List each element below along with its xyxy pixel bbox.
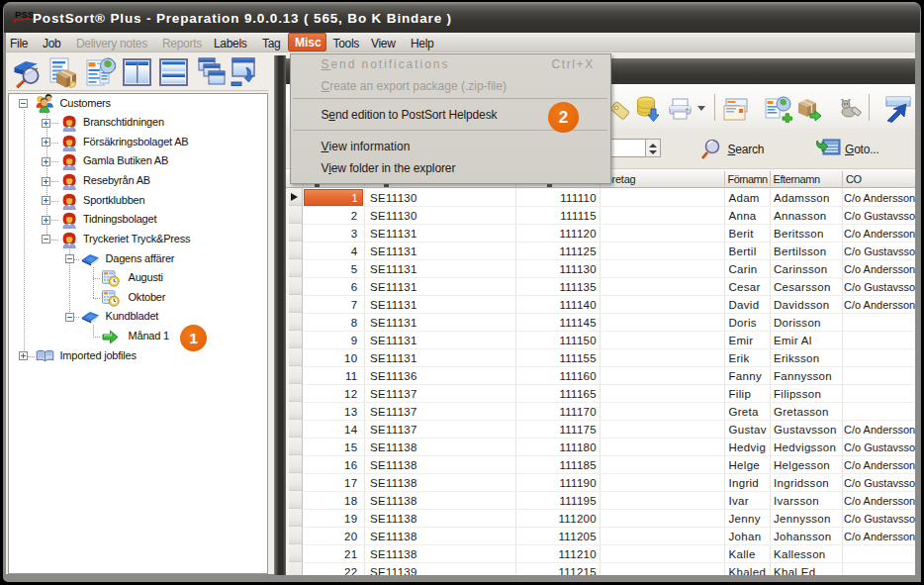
svg-text:PSS: PSS [15, 9, 34, 20]
